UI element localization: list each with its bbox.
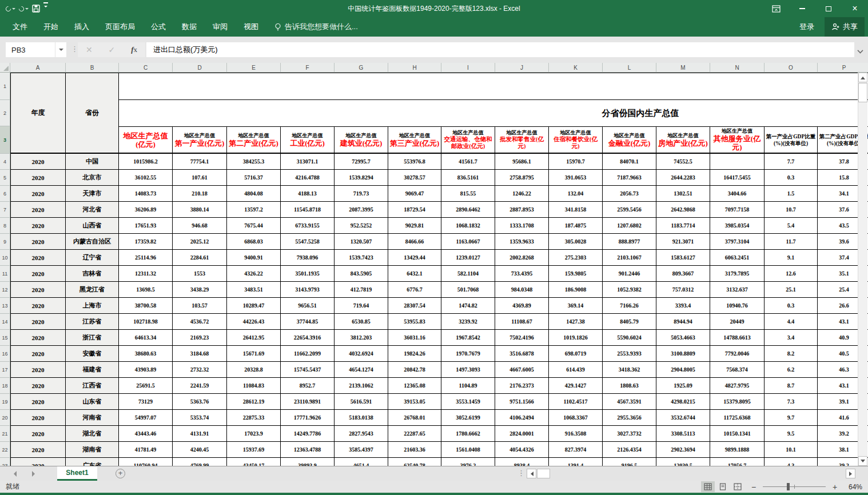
cell-D8[interactable]: 946.68 <box>173 218 227 234</box>
save-button[interactable] <box>32 2 40 15</box>
cell-L17[interactable]: 3418.362 <box>603 362 656 378</box>
cell-I10[interactable]: 1239.0127 <box>441 250 495 266</box>
cell-I8[interactable]: 1068.1832 <box>441 218 495 234</box>
cell-H15[interactable]: 36031.16 <box>388 330 441 346</box>
cell-D15[interactable]: 2169.23 <box>173 330 227 346</box>
cell-J12[interactable]: 984.0348 <box>495 282 549 298</box>
header-cell-N3[interactable]: 地区生产总值其他服务业(亿元) <box>710 126 765 154</box>
cell-A16[interactable]: 2020 <box>10 346 66 362</box>
cell-J13[interactable]: 4369.89 <box>495 298 549 314</box>
tab-view[interactable]: 视图 <box>236 17 266 37</box>
cell-J6[interactable]: 1246.22 <box>495 186 549 202</box>
cell-E15[interactable]: 26412.95 <box>227 330 281 346</box>
vertical-scrollbar[interactable] <box>858 73 867 466</box>
cell-O20[interactable]: 9.7 <box>765 410 818 426</box>
merged-row-2[interactable]: 分省份国内生产总值 <box>119 100 868 126</box>
cell-B12[interactable]: 黑龙江省 <box>66 282 119 298</box>
cell-I11[interactable]: 582.1104 <box>441 266 495 282</box>
cell-L22[interactable]: 2126.4354 <box>603 442 656 458</box>
cell-M9[interactable]: 921.3071 <box>656 234 710 250</box>
cell-O19[interactable]: 7.3 <box>765 394 818 410</box>
cell-A4[interactable]: 2020 <box>10 154 66 170</box>
header-cell-G3[interactable]: 地区生产总值建筑业(亿元) <box>335 126 388 154</box>
cell-N15[interactable]: 14788.6613 <box>710 330 765 346</box>
undo-button[interactable] <box>6 2 15 15</box>
cell-G11[interactable]: 843.5905 <box>335 266 388 282</box>
cell-G18[interactable]: 2139.1062 <box>335 378 388 394</box>
cell-G15[interactable]: 3812.203 <box>335 330 388 346</box>
scroll-left-button[interactable] <box>527 469 536 478</box>
cell-N20[interactable]: 11725.6368 <box>710 410 765 426</box>
cell-C5[interactable]: 36102.55 <box>119 170 173 186</box>
row-header-1[interactable]: 1 <box>0 73 10 100</box>
cell-N10[interactable]: 6063.2451 <box>710 250 765 266</box>
column-header-I[interactable]: I <box>441 63 495 73</box>
cell-M12[interactable]: 757.0312 <box>656 282 710 298</box>
column-header-M[interactable]: M <box>656 63 710 73</box>
cell-E10[interactable]: 9400.91 <box>227 250 281 266</box>
cell-E17[interactable]: 20328.8 <box>227 362 281 378</box>
cell-M14[interactable]: 8944.94 <box>656 314 710 330</box>
horizontal-scroll-thumb[interactable] <box>537 469 550 478</box>
cell-L8[interactable]: 1207.6802 <box>603 218 656 234</box>
cell-O22[interactable]: 10.1 <box>765 442 818 458</box>
cell-C16[interactable]: 38680.63 <box>119 346 173 362</box>
cell-A21[interactable]: 2020 <box>10 426 66 442</box>
cell-I14[interactable]: 3239.92 <box>441 314 495 330</box>
cell-H17[interactable]: 20842.78 <box>388 362 441 378</box>
cell-N12[interactable]: 3132.637 <box>710 282 765 298</box>
cell-province-header[interactable]: 省份 <box>66 73 119 154</box>
cell-B4[interactable]: 中国 <box>66 154 119 170</box>
maximize-button[interactable] <box>815 0 842 17</box>
tell-me-box[interactable]: 告诉我您想要做什么... <box>274 22 358 32</box>
cell-O23[interactable]: 4.3 <box>765 458 818 466</box>
row-header-16[interactable]: 16 <box>0 346 10 362</box>
cell-H8[interactable]: 9029.81 <box>388 218 441 234</box>
cell-K17[interactable]: 614.439 <box>549 362 603 378</box>
cell-C14[interactable]: 102718.98 <box>119 314 173 330</box>
cell-J15[interactable]: 7502.4196 <box>495 330 549 346</box>
column-header-A[interactable]: A <box>10 63 66 73</box>
cell-M21[interactable]: 3308.5113 <box>656 426 710 442</box>
cell-A7[interactable]: 2020 <box>10 202 66 218</box>
cell-F16[interactable]: 11662.2099 <box>281 346 335 362</box>
cell-N16[interactable]: 7792.0046 <box>710 346 765 362</box>
cell-N13[interactable]: 10940.76 <box>710 298 765 314</box>
tab-page-layout[interactable]: 页面布局 <box>97 17 143 37</box>
tab-file[interactable]: 文件 <box>5 17 35 37</box>
column-header-J[interactable]: J <box>495 63 549 73</box>
scroll-up-button[interactable] <box>858 73 867 82</box>
minimize-button[interactable] <box>789 0 815 17</box>
cell-K21[interactable]: 916.3508 <box>549 426 603 442</box>
cell-G5[interactable]: 1539.8294 <box>335 170 388 186</box>
cell-F22[interactable]: 12363.4788 <box>281 442 335 458</box>
cell-H18[interactable]: 12365.08 <box>388 378 441 394</box>
cell-M15[interactable]: 5053.4663 <box>656 330 710 346</box>
cell-L7[interactable]: 2599.5456 <box>603 202 656 218</box>
cell-C4[interactable]: 1015986.2 <box>119 154 173 170</box>
header-cell-E3[interactable]: 地区生产总值第二产业(亿元) <box>227 126 281 154</box>
row-header-23[interactable]: 23 <box>0 458 10 466</box>
cell-C17[interactable]: 43903.89 <box>119 362 173 378</box>
cell-A8[interactable]: 2020 <box>10 218 66 234</box>
cell-D14[interactable]: 4536.72 <box>173 314 227 330</box>
cell-N19[interactable]: 15379.8095 <box>710 394 765 410</box>
cell-I19[interactable]: 3553.1459 <box>441 394 495 410</box>
cell-E12[interactable]: 3483.51 <box>227 282 281 298</box>
cell-E9[interactable]: 6868.03 <box>227 234 281 250</box>
cell-L21[interactable]: 3027.3732 <box>603 426 656 442</box>
cell-F19[interactable]: 23110.9891 <box>281 394 335 410</box>
name-box-dropdown[interactable] <box>55 42 66 57</box>
cell-O15[interactable]: 3.4 <box>765 330 818 346</box>
tab-splitter-grip[interactable]: ⋮ <box>517 469 525 477</box>
cell-L9[interactable]: 888.8977 <box>603 234 656 250</box>
page-break-preview-button[interactable] <box>731 481 744 492</box>
cell-E13[interactable]: 10289.47 <box>227 298 281 314</box>
cell-B23[interactable]: 广东省 <box>66 458 119 466</box>
cell-B14[interactable]: 江苏省 <box>66 314 119 330</box>
cell-E4[interactable]: 384255.3 <box>227 154 281 170</box>
cell-B5[interactable]: 北京市 <box>66 170 119 186</box>
cell-B9[interactable]: 内蒙古自治区 <box>66 234 119 250</box>
cell-E6[interactable]: 4804.08 <box>227 186 281 202</box>
row-header-5[interactable]: 5 <box>0 170 10 186</box>
